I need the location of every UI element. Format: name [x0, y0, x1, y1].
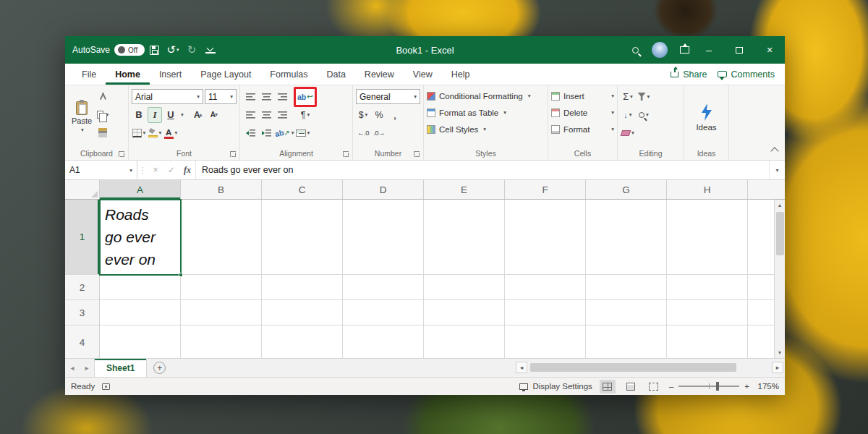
autosum-dropdown-icon[interactable]: ▾: [630, 93, 633, 100]
page-break-view-button[interactable]: [646, 380, 662, 393]
shrink-font-button[interactable]: A▾: [207, 107, 221, 123]
clear-button[interactable]: ▾: [621, 125, 635, 141]
row-2-cells[interactable]: [100, 275, 785, 300]
autosave-toggle[interactable]: AutoSave Off: [72, 44, 145, 56]
orientation-dropdown-icon[interactable]: ▾: [292, 129, 294, 136]
row-header-2[interactable]: 2: [65, 275, 100, 300]
insert-function-button[interactable]: fx: [179, 161, 195, 179]
row-4-cells[interactable]: [100, 326, 785, 358]
cell-styles-dropdown-icon[interactable]: ▾: [483, 126, 486, 132]
close-button[interactable]: ×: [754, 36, 785, 64]
underline-button[interactable]: U: [163, 107, 178, 123]
tab-help[interactable]: Help: [442, 64, 480, 85]
tab-view[interactable]: View: [404, 64, 442, 85]
text-direction-button[interactable]: ¶▾: [298, 107, 312, 123]
zoom-slider[interactable]: [678, 386, 739, 387]
name-box[interactable]: A1 ▾: [65, 161, 137, 179]
percent-style-button[interactable]: %: [372, 107, 386, 123]
decrease-decimal-button[interactable]: .0→: [372, 125, 386, 141]
clear-dropdown-icon[interactable]: ▾: [631, 129, 634, 136]
vertical-scrollbar[interactable]: ▴ ▾: [774, 200, 785, 358]
previous-sheet-icon[interactable]: ◂: [65, 364, 80, 372]
autosave-switch[interactable]: Off: [114, 44, 145, 56]
text-direction-dropdown-icon[interactable]: ▾: [307, 111, 310, 118]
borders-button[interactable]: ▾: [132, 125, 146, 141]
increase-indent-button[interactable]: [259, 125, 273, 141]
font-name-dropdown-icon[interactable]: ▾: [197, 93, 200, 100]
find-select-dropdown-icon[interactable]: ▾: [646, 111, 649, 118]
format-painter-button[interactable]: [95, 125, 110, 141]
collapse-ribbon-icon[interactable]: [770, 147, 778, 155]
paste-button[interactable]: Paste ▾: [68, 88, 95, 147]
number-dialog-launcher[interactable]: [414, 151, 420, 157]
insert-dropdown-icon[interactable]: ▾: [611, 93, 614, 99]
horizontal-scrollbar[interactable]: ◂ ▸: [516, 361, 783, 374]
sort-filter-button[interactable]: ▾: [637, 89, 651, 105]
tab-review[interactable]: Review: [355, 64, 404, 85]
find-select-button[interactable]: ▾: [637, 107, 651, 123]
grow-font-button[interactable]: A▴: [191, 107, 205, 123]
fill-dropdown-icon[interactable]: ▾: [629, 111, 632, 118]
zoom-percentage[interactable]: 175%: [754, 382, 779, 391]
font-size-combo[interactable]: 11▾: [205, 89, 237, 104]
align-right-button[interactable]: [275, 107, 289, 123]
confirm-entry-button[interactable]: ✓: [163, 161, 179, 179]
minimize-button[interactable]: –: [694, 36, 724, 64]
display-settings-button[interactable]: Display Settings: [519, 382, 592, 391]
column-header-a[interactable]: A: [100, 180, 181, 199]
borders-dropdown-icon[interactable]: ▾: [143, 129, 146, 136]
zoom-out-button[interactable]: –: [669, 382, 673, 391]
number-format-dropdown-icon[interactable]: ▾: [414, 93, 417, 100]
delete-cells-button[interactable]: Delete▾: [551, 104, 614, 121]
row-1-cells[interactable]: [100, 200, 785, 275]
tab-home[interactable]: Home: [106, 64, 150, 85]
font-name-combo[interactable]: Arial▾: [132, 89, 203, 104]
cut-button[interactable]: [95, 89, 110, 105]
search-button[interactable]: [626, 39, 644, 61]
sheet-tab-sheet1[interactable]: Sheet1: [94, 359, 147, 377]
page-layout-view-button[interactable]: [623, 380, 639, 393]
new-sheet-button[interactable]: +: [153, 362, 166, 374]
scroll-left-icon[interactable]: ◂: [516, 362, 527, 373]
expand-formula-bar-icon[interactable]: ▾: [769, 161, 785, 179]
horizontal-scroll-thumb[interactable]: [530, 363, 736, 372]
formula-input[interactable]: Roads go ever ever on: [195, 161, 769, 179]
ribbon-display-options-button[interactable]: [675, 39, 694, 61]
number-format-combo[interactable]: General▾: [356, 89, 420, 104]
font-color-dropdown-icon[interactable]: ▾: [175, 129, 178, 136]
tab-formulas[interactable]: Formulas: [260, 64, 317, 85]
fill-color-button[interactable]: ▾: [148, 125, 162, 141]
column-header-f[interactable]: F: [505, 180, 586, 199]
copy-button[interactable]: ▾: [95, 107, 110, 123]
accounting-dropdown-icon[interactable]: ▾: [365, 111, 368, 118]
vertical-scroll-thumb[interactable]: [776, 212, 784, 255]
middle-align-button[interactable]: [259, 89, 273, 105]
paste-dropdown-icon[interactable]: ▾: [81, 127, 84, 133]
bottom-align-button[interactable]: [275, 89, 289, 105]
font-color-button[interactable]: A▾: [163, 125, 178, 141]
comma-style-button[interactable]: ,: [388, 107, 402, 123]
tab-file[interactable]: File: [72, 64, 106, 85]
merge-center-dropdown-icon[interactable]: ▾: [307, 129, 310, 136]
scroll-up-icon[interactable]: ▴: [775, 200, 785, 210]
sort-filter-dropdown-icon[interactable]: ▾: [647, 93, 650, 100]
underline-dropdown-icon[interactable]: ▾: [181, 111, 184, 118]
autosum-button[interactable]: Σ▾: [621, 89, 635, 105]
format-as-table-button[interactable]: Format as Table▾: [427, 104, 545, 121]
font-size-dropdown-icon[interactable]: ▾: [230, 93, 233, 100]
row-header-3[interactable]: 3: [65, 300, 100, 326]
bold-button[interactable]: B: [132, 107, 146, 123]
undo-button[interactable]: ↺ ▾: [163, 39, 182, 61]
format-dropdown-icon[interactable]: ▾: [611, 126, 614, 132]
italic-button[interactable]: I: [148, 107, 162, 123]
cancel-entry-button[interactable]: ×: [148, 161, 163, 179]
column-header-b[interactable]: B: [181, 180, 262, 199]
zoom-in-button[interactable]: +: [744, 382, 749, 391]
format-as-table-dropdown-icon[interactable]: ▾: [503, 109, 506, 116]
comments-button[interactable]: Comments: [718, 69, 775, 80]
column-header-c[interactable]: C: [262, 180, 343, 199]
undo-dropdown-icon[interactable]: ▾: [176, 47, 179, 53]
user-avatar[interactable]: [652, 42, 668, 58]
column-header-d[interactable]: D: [343, 180, 424, 199]
redo-button[interactable]: ↻: [182, 39, 201, 61]
